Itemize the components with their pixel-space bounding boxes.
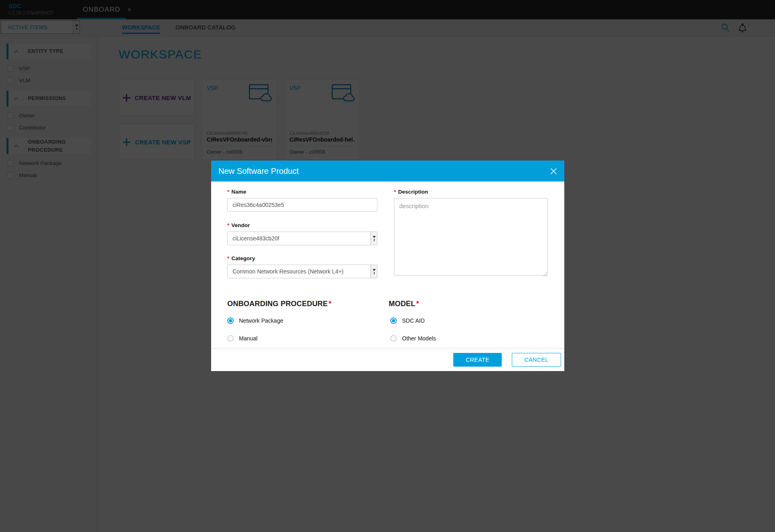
description-textarea[interactable] (394, 198, 548, 275)
chevron-down-icon (373, 236, 376, 238)
radio-label: Network Package (239, 317, 283, 324)
required-asterisk: * (227, 255, 229, 261)
required-asterisk: * (227, 222, 229, 228)
onboarding-procedure-group: ONBOARDING PROCEDURE* Network Package Ma… (227, 300, 389, 342)
radio-label: Manual (239, 335, 258, 342)
required-asterisk: * (394, 189, 396, 195)
vendor-selected-value: ciLicense483cb20f (232, 235, 279, 242)
category-label: * Category (227, 255, 377, 261)
modal-footer: CREATE CANCEL (211, 348, 564, 371)
name-input[interactable] (227, 198, 377, 212)
model-title: MODEL* (389, 300, 547, 308)
select-arrow (371, 265, 377, 278)
radio-button-selected[interactable] (390, 317, 397, 324)
radio-label: SDC AID (402, 317, 425, 324)
radio-button[interactable] (227, 335, 234, 342)
category-select[interactable]: Common Network Resources (Network L4+) (227, 265, 377, 278)
new-software-product-modal: New Software Product * Name * Vendor ciL… (211, 161, 564, 371)
vendor-label: * Vendor (227, 222, 377, 228)
radio-sdc-aid[interactable]: SDC AID (390, 317, 547, 324)
name-label: * Name (227, 189, 377, 195)
radio-network-package[interactable]: Network Package (227, 317, 389, 324)
cancel-button[interactable]: CANCEL (512, 353, 561, 367)
required-asterisk: * (227, 189, 229, 195)
close-icon[interactable] (550, 167, 557, 175)
create-button[interactable]: CREATE (453, 353, 502, 367)
category-selected-value: Common Network Resources (Network L4+) (232, 268, 344, 275)
chevron-down-icon (373, 269, 376, 271)
vendor-select[interactable]: ciLicense483cb20f (227, 232, 377, 245)
radio-label: Other Models (402, 335, 436, 342)
radio-other-models[interactable]: Other Models (390, 335, 547, 342)
select-arrow (371, 232, 377, 245)
radio-manual[interactable]: Manual (227, 335, 389, 342)
modal-header: New Software Product (211, 161, 564, 182)
radio-button-selected[interactable] (227, 317, 234, 324)
required-asterisk: * (416, 300, 419, 308)
onboarding-procedure-title: ONBOARDING PROCEDURE* (227, 300, 389, 308)
required-asterisk: * (329, 300, 331, 308)
radio-button[interactable] (390, 335, 397, 342)
model-group: MODEL* SDC AID Other Models (389, 300, 547, 342)
modal-title: New Software Product (218, 167, 299, 176)
description-label: * Description (394, 189, 548, 195)
